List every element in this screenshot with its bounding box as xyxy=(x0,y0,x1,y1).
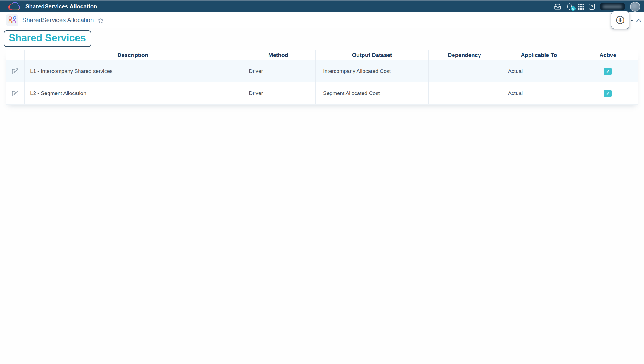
allocation-rules-table: Description Method Output Dataset Depend… xyxy=(6,50,638,105)
breadcrumb: SharedServices Allocation xyxy=(22,16,94,24)
page-content: Shared Services Description Method Outpu… xyxy=(0,28,644,364)
header-output-dataset: Output Dataset xyxy=(316,50,429,60)
app-tile-icon xyxy=(6,14,18,26)
notification-badge: 0 xyxy=(571,6,576,11)
cell-description: L1 - Intercompany Shared services xyxy=(25,60,241,82)
collapse-chevron-icon[interactable] xyxy=(636,18,641,22)
help-icon[interactable]: ? xyxy=(589,4,595,10)
user-name-pill[interactable] xyxy=(600,3,625,10)
cell-applicable-to: Actual xyxy=(500,60,577,82)
header-dependency: Dependency xyxy=(429,50,501,60)
table-row: L1 - Intercompany Shared services Driver… xyxy=(6,60,638,82)
edit-icon[interactable] xyxy=(12,68,18,75)
page-title: Shared Services xyxy=(4,30,91,47)
favorite-star-icon[interactable] xyxy=(98,17,104,23)
active-checkbox[interactable] xyxy=(604,68,612,75)
cell-output-dataset: Segment Allocated Cost xyxy=(316,82,429,104)
avatar[interactable] xyxy=(630,2,640,12)
cell-method: Driver xyxy=(241,82,316,104)
top-app-bar: SharedServices Allocation 0 ? xyxy=(0,0,644,12)
table-header-row: Description Method Output Dataset Depend… xyxy=(6,50,638,60)
header-applicable-to: Applicable To xyxy=(500,50,577,60)
inbox-icon[interactable] xyxy=(554,3,561,10)
active-checkbox[interactable] xyxy=(604,90,612,97)
cell-dependency xyxy=(429,82,501,104)
header-description: Description xyxy=(25,50,241,60)
table-row: L2 - Segment Allocation Driver Segment A… xyxy=(6,82,638,105)
app-title: SharedServices Allocation xyxy=(25,3,97,10)
cell-applicable-to: Actual xyxy=(500,82,577,104)
cell-dependency xyxy=(429,60,501,82)
add-circle-icon xyxy=(615,15,626,26)
edit-icon[interactable] xyxy=(12,90,18,97)
cell-output-dataset: Intercompany Allocated Cost xyxy=(316,60,429,82)
menu-dot[interactable] xyxy=(631,20,633,21)
header-method: Method xyxy=(241,50,316,60)
brand-cloud-logo-icon xyxy=(7,1,21,12)
notifications-bell-icon[interactable]: 0 xyxy=(566,3,573,10)
app-grid-icon[interactable] xyxy=(578,3,584,10)
header-active: Active xyxy=(577,50,638,60)
header-actions xyxy=(6,50,25,60)
add-button[interactable] xyxy=(611,11,629,29)
cell-description: L2 - Segment Allocation xyxy=(25,82,241,104)
breadcrumb-bar: SharedServices Allocation xyxy=(0,12,644,28)
cell-method: Driver xyxy=(241,60,316,82)
